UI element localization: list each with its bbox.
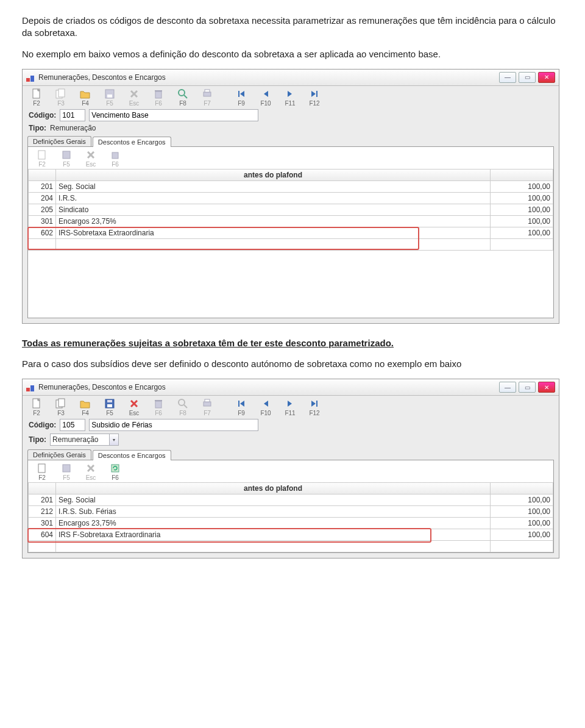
delete-button: F6 [148,398,169,416]
main-toolbar: F2 F3 F4 F5 Esc F6 F8 F7 F9 F10 F11 F12 [23,86,559,108]
tipo-value: Remuneração [50,124,96,132]
save-button[interactable]: F5 [99,398,120,416]
codigo-label: Código: [29,111,56,120]
new-button[interactable]: F2 [26,88,47,107]
svg-rect-29 [316,401,317,407]
table-row[interactable]: 301Encargos 23,75%100,00 [29,518,553,529]
delete-button: F6 [148,88,169,107]
first-button[interactable]: F9 [231,88,252,107]
codigo-desc-input[interactable] [89,109,258,121]
table-row[interactable]: 212I.R.S. Sub. Férias100,00 [29,506,553,518]
table-row-empty[interactable] [29,239,553,251]
svg-line-25 [184,405,187,408]
tab-descontos-encargos[interactable]: Descontos e Encargos [93,450,171,460]
copy-button[interactable]: F3 [51,398,71,416]
window-title: Remunerações, Descontos e Encargos [38,73,499,82]
sub-new-button: F2 [32,149,52,168]
table-row[interactable]: 301Encargos 23,75%100,00 [29,216,553,227]
codigo-input[interactable] [60,109,85,121]
next-button[interactable]: F11 [280,88,300,107]
svg-rect-23 [155,400,162,401]
titlebar[interactable]: Remunerações, Descontos e Encargos — ▭ ✕ [23,379,559,396]
discount-grid: antes do plafond 201Seg. Social100,00 21… [28,482,553,552]
open-button[interactable]: F4 [75,398,96,416]
main-toolbar: F2 F3 F4 F5 Esc F6 F8 F7 F9 F10 F11 F12 [23,396,559,418]
svg-rect-18 [58,399,65,407]
codigo-label: Código: [29,421,56,429]
prev-button[interactable]: F10 [255,398,276,416]
form-icon [26,73,35,82]
svg-rect-15 [112,152,118,159]
tab-definicoes-gerais[interactable]: Definições Gerais [27,449,91,460]
chevron-down-icon: ▾ [110,434,119,446]
prev-button[interactable]: F10 [255,88,276,107]
copy-button: F3 [51,88,71,107]
svg-rect-12 [316,91,317,97]
svg-rect-21 [107,400,112,402]
table-row[interactable]: 204I.R.S.100,00 [29,193,553,204]
svg-rect-20 [107,404,112,407]
sub-toolbar: F2 F5 Esc F6 [28,147,553,169]
svg-rect-22 [155,401,161,408]
codigo-desc-input[interactable] [89,419,258,431]
last-button[interactable]: F12 [304,398,325,416]
grid-header: antes do plafond [56,170,491,180]
svg-rect-2 [58,89,65,97]
paragraph: No exemplo em baixo vemos a definição do… [22,48,563,60]
svg-rect-4 [107,95,112,98]
tipo-label: Tipo: [29,435,46,444]
table-row-highlighted[interactable]: 604IRS F-Sobretaxa Extraordinaria100,00 [29,529,553,541]
table-row[interactable]: 201Seg. Social100,00 [29,181,553,193]
svg-rect-28 [238,401,239,407]
sub-cancel-button: Esc [80,149,101,168]
last-button[interactable]: F12 [304,88,325,107]
table-row-highlighted[interactable]: 602IRS-Sobretaxa Extraordinaria100,00 [29,227,553,239]
svg-rect-11 [238,91,239,97]
maximize-button[interactable]: ▭ [519,382,536,393]
sub-save-button: F5 [56,463,77,481]
sub-new-button[interactable]: F2 [32,463,52,481]
app-window-2: Remunerações, Descontos e Encargos — ▭ ✕… [22,379,559,558]
codigo-input[interactable] [60,419,85,431]
sub-delete-button: F6 [105,149,126,168]
svg-rect-27 [205,399,210,402]
tipo-dropdown[interactable]: Remuneração▾ [50,434,119,446]
paragraph: Para o caso dos subsídios deve ser defin… [22,358,563,370]
svg-rect-13 [38,151,45,159]
app-window-1: Remunerações, Descontos e Encargos — ▭ ✕… [22,69,559,324]
sub-save-button: F5 [56,149,77,168]
cancel-button: Esc [124,88,144,107]
svg-rect-14 [63,151,70,159]
minimize-button[interactable]: — [499,382,516,393]
form-icon [26,383,35,391]
table-row-empty[interactable] [29,541,553,552]
svg-rect-32 [112,465,119,472]
titlebar[interactable]: Remunerações, Descontos e Encargos — ▭ ✕ [23,70,559,86]
svg-rect-5 [155,91,161,98]
paragraph-bold: Todas as remunerações sujeitas a sobreta… [22,337,563,349]
table-row[interactable]: 201Seg. Social100,00 [29,494,553,506]
tab-descontos-encargos[interactable]: Descontos e Encargos [93,137,171,147]
window-title: Remunerações, Descontos e Encargos [38,383,499,391]
table-row[interactable]: 205Sindicato100,00 [29,204,553,216]
minimize-button[interactable]: — [499,72,516,83]
svg-rect-9 [204,92,211,96]
save-button: F5 [99,88,120,107]
close-button[interactable]: ✕ [538,382,555,393]
maximize-button[interactable]: ▭ [519,72,536,83]
first-button[interactable]: F9 [231,398,252,416]
print-button: F7 [197,88,218,107]
paragraph: Depois de criados os códigos de desconto… [22,15,563,40]
close-button[interactable]: ✕ [538,72,555,83]
tab-definicoes-gerais[interactable]: Definições Gerais [27,136,91,146]
tipo-label: Tipo: [29,124,46,132]
open-button[interactable]: F4 [75,88,96,107]
new-button[interactable]: F2 [26,398,47,416]
search-button[interactable]: F8 [172,88,193,107]
discount-grid: antes do plafond 201Seg. Social100,00 20… [28,169,553,251]
sub-refresh-button[interactable]: F6 [105,463,126,481]
svg-rect-31 [63,465,70,472]
svg-rect-26 [204,402,211,406]
next-button[interactable]: F11 [280,398,300,416]
cancel-button[interactable]: Esc [124,398,144,416]
